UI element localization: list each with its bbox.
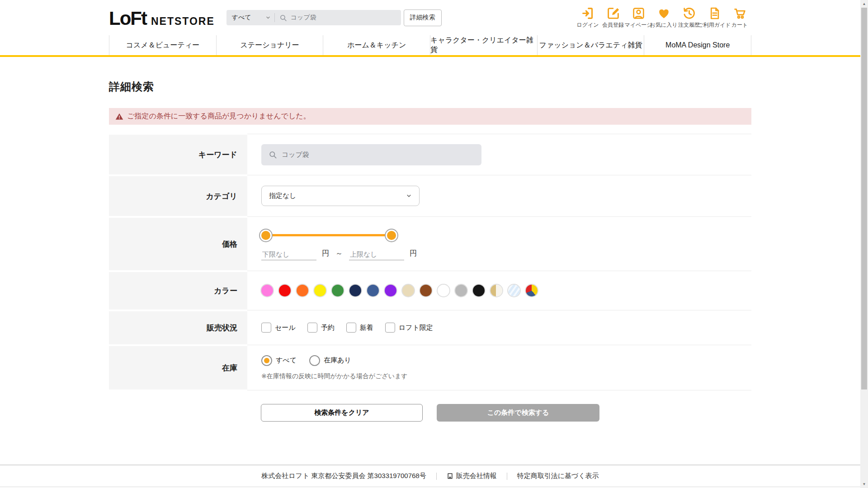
color-swatch-orange[interactable]: [297, 285, 308, 296]
login-button[interactable]: ログイン: [576, 7, 599, 29]
chevron-down-icon: [265, 15, 271, 20]
form-row-status: 販売状況 セール 予約 新着: [109, 310, 751, 345]
footer: 株式会社ロフト 東京都公安委員会 第303319700768号 販売会社情報 特…: [0, 465, 860, 487]
color-swatch-blue[interactable]: [367, 285, 379, 296]
color-swatch-multicolor[interactable]: [526, 285, 538, 296]
color-swatches: [261, 285, 751, 296]
price-inputs: 円 ～ 円: [261, 249, 751, 260]
checkbox-new[interactable]: 新着: [346, 323, 373, 333]
form-row-price: 価格 円 ～ 円: [109, 217, 751, 271]
price-label: 価格: [109, 217, 247, 271]
search-form: キーワード コップ袋 カテゴリ 指定なし: [109, 134, 751, 390]
cart-icon: [733, 7, 746, 20]
login-label: ログイン: [576, 21, 599, 29]
checkbox-box[interactable]: [346, 323, 356, 333]
radio-in-stock[interactable]: 在庫あり: [309, 355, 351, 366]
register-button[interactable]: 会員登録: [601, 7, 625, 29]
search-icon: [269, 150, 277, 159]
color-swatch-yellow[interactable]: [314, 285, 326, 296]
loft-logo[interactable]: LoFt NETSTORE: [109, 8, 215, 29]
search-with-conditions-button[interactable]: この条件で検索する: [437, 404, 599, 422]
search-category-select[interactable]: すべて: [226, 14, 274, 22]
building-icon: [447, 473, 453, 479]
footer-divider: [436, 473, 437, 480]
slider-handle-max[interactable]: [386, 230, 397, 241]
nav-item-stationery[interactable]: ステーショナリー: [216, 35, 323, 55]
color-swatch-clear[interactable]: [508, 285, 520, 296]
footer-divider: [507, 473, 507, 480]
radio-circle[interactable]: [261, 355, 272, 366]
keyword-input[interactable]: コップ袋: [261, 144, 481, 165]
color-swatch-navy[interactable]: [349, 285, 361, 296]
radio-label: すべて: [276, 356, 297, 365]
keyword-label: キーワード: [109, 134, 247, 175]
checkbox-label: ロフト限定: [399, 324, 433, 332]
price-max-input[interactable]: [349, 249, 404, 260]
price-range-slider: [261, 230, 396, 241]
header-accent-line: [0, 55, 860, 57]
vertical-scrollbar[interactable]: ▲ ▼: [860, 0, 868, 488]
color-swatch-gold[interactable]: [491, 285, 502, 296]
nav-item-fashion[interactable]: ファッション＆バラエティ雑貨: [537, 35, 644, 55]
category-select[interactable]: 指定なし: [261, 186, 420, 206]
scrollbar-up-arrow[interactable]: ▲: [860, 0, 868, 8]
category-label: カテゴリ: [109, 175, 247, 217]
register-label: 会員登録: [602, 21, 624, 29]
color-swatch-black[interactable]: [473, 285, 485, 296]
checkbox-label: 予約: [321, 324, 335, 332]
footer-link-company[interactable]: 販売会社情報: [447, 472, 497, 480]
header: LoFt NETSTORE すべて コップ袋 詳細検索 ログイン: [0, 0, 860, 57]
order-history-label: 注文履歴: [678, 21, 700, 29]
color-swatch-gray[interactable]: [455, 285, 467, 296]
search-query-value: コップ袋: [291, 14, 316, 22]
checkbox-box[interactable]: [307, 323, 317, 333]
footer-link-label: 販売会社情報: [456, 472, 497, 480]
login-icon: [581, 7, 594, 20]
scrollbar-thumb[interactable]: [861, 8, 867, 389]
color-swatch-purple[interactable]: [385, 285, 396, 296]
color-swatch-beige[interactable]: [402, 285, 414, 296]
slider-handle-min[interactable]: [260, 230, 272, 241]
clear-conditions-button[interactable]: 検索条件をクリア: [261, 404, 423, 422]
favorites-label: お気に入り: [650, 21, 678, 29]
color-swatch-green[interactable]: [332, 285, 344, 296]
header-search-input[interactable]: コップ袋: [275, 14, 401, 22]
favorites-button[interactable]: お気に入り: [652, 7, 675, 29]
cart-button[interactable]: カート: [728, 7, 751, 29]
stock-options: すべて 在庫あり: [261, 355, 751, 366]
checkbox-box[interactable]: [261, 323, 271, 333]
nav-item-cosme[interactable]: コスメ＆ビューティー: [109, 35, 216, 55]
scrollbar-down-arrow[interactable]: ▼: [860, 480, 868, 488]
detail-search-button[interactable]: 詳細検索: [404, 9, 442, 26]
guide-icon: [708, 7, 721, 20]
utility-nav: ログイン 会員登録 マイページ お気に入り 注文履歴: [576, 7, 751, 29]
stock-note: ※在庫情報の反映に時間がかかる場合がございます: [261, 372, 751, 380]
nav-item-home-kitchen[interactable]: ホーム＆キッチン: [323, 35, 430, 55]
mypage-button[interactable]: マイページ: [627, 7, 650, 29]
checkbox-box[interactable]: [385, 323, 395, 333]
checkbox-sale[interactable]: セール: [261, 323, 296, 333]
checkbox-label: 新着: [360, 324, 373, 332]
color-swatch-white[interactable]: [438, 285, 449, 296]
color-swatch-pink[interactable]: [261, 285, 273, 296]
header-search-bar: すべて コップ袋: [226, 10, 401, 25]
footer-link-legal[interactable]: 特定商取引法に基づく表示: [517, 472, 599, 480]
order-history-button[interactable]: 注文履歴: [677, 7, 701, 29]
page-title: 詳細検索: [109, 80, 751, 94]
color-swatch-brown[interactable]: [420, 285, 432, 296]
order-history-icon: [683, 7, 696, 20]
price-min-input[interactable]: [261, 249, 316, 260]
nav-item-moma[interactable]: MoMA Design Store: [644, 35, 751, 55]
radio-all[interactable]: すべて: [261, 355, 297, 366]
checkbox-loft-exclusive[interactable]: ロフト限定: [385, 323, 433, 333]
guide-button[interactable]: ご利用ガイド: [703, 7, 726, 29]
nav-item-character[interactable]: キャラクター・クリエイター雑貨: [430, 35, 537, 55]
slider-track[interactable]: [266, 234, 392, 236]
checkbox-reservation[interactable]: 予約: [307, 323, 335, 333]
color-swatch-red[interactable]: [279, 285, 291, 296]
form-actions: 検索条件をクリア この条件で検索する: [109, 404, 751, 422]
form-row-color: カラー: [109, 271, 751, 310]
alert-message: ご指定の条件に一致する商品が見つかりませんでした。: [127, 112, 311, 121]
price-unit-min: 円: [322, 249, 329, 258]
radio-circle[interactable]: [309, 355, 320, 366]
